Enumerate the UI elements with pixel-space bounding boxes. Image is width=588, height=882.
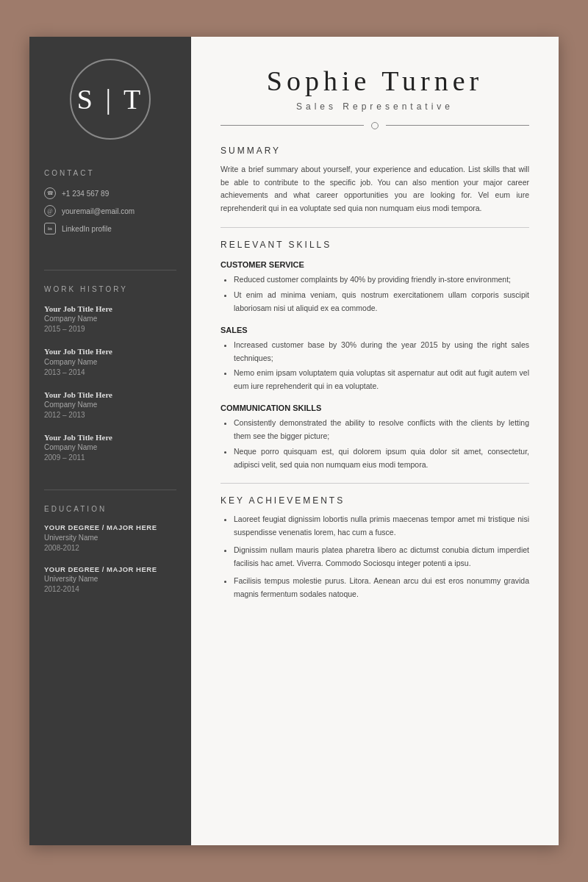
monogram-circle: S | T [70,59,151,140]
contact-email-item: youremail@email.com [44,205,176,217]
divider-line-right [386,125,529,126]
contact-email-text: youremail@email.com [62,207,135,215]
skills-category-title: COMMUNICATION SKILLS [220,404,529,412]
skills-category-title: SALES [220,326,529,334]
education-items: YOUR DEGREE / MAJOR HERE University Name… [44,523,176,595]
main-content: Sophie Turner Sales Representative SUMMA… [191,37,559,845]
skills-category: COMMUNICATION SKILLSConsistently demonst… [220,404,529,471]
monogram-area: S | T [44,59,176,140]
education-section: EDUCATION YOUR DEGREE / MAJOR HERE Unive… [44,505,176,606]
sidebar-job-dates: 2012 – 2013 [44,410,176,420]
contact-section-title: CONTACT [44,169,176,177]
sidebar-degree-institution: University Name [44,574,176,584]
skills-categories: CUSTOMER SERVICEReduced customer complai… [220,260,529,471]
sidebar-job: Your Job Title Here Company Name 2009 – … [44,432,176,463]
full-name: Sophie Turner [220,66,529,97]
job-title-header: Sales Representative [220,101,529,112]
sidebar-job-dates: 2013 – 2014 [44,368,176,378]
contact-linkedin-item: LinkedIn profile [44,223,176,234]
list-item: Neque porro quisquam est, qui dolorem ip… [234,445,529,472]
summary-text: Write a brief summary about yourself, yo… [220,163,529,215]
sidebar-job-company: Company Name [44,442,176,453]
contact-phone-text: +1 234 567 89 [62,190,109,198]
skills-list: Increased customer base by 30% during th… [234,339,529,393]
sidebar-degree-title: YOUR DEGREE / MAJOR HERE [44,523,176,532]
sidebar-degree: YOUR DEGREE / MAJOR HERE University Name… [44,565,176,595]
work-history-section: WORK HISTORY Your Job Title Here Company… [44,285,176,475]
contact-linkedin-text: LinkedIn profile [62,225,112,233]
sidebar-job: Your Job Title Here Company Name 2015 – … [44,304,176,334]
list-item: Nemo enim ipsam voluptatem quia voluptas… [234,367,529,393]
phone-icon [44,187,56,199]
sidebar-job-title: Your Job Title Here [44,432,176,442]
sidebar: S | T CONTACT +1 234 567 89 youremail@em… [29,37,191,845]
divider-line-left [220,125,364,126]
sidebar-degree-institution: University Name [44,533,176,543]
linkedin-icon [44,223,56,234]
resume-wrapper: S | T CONTACT +1 234 567 89 youremail@em… [29,37,559,845]
sidebar-job-dates: 2015 – 2019 [44,324,176,334]
skills-category-title: CUSTOMER SERVICE [220,260,529,269]
monogram-text: S | T [77,83,143,115]
contact-section: CONTACT +1 234 567 89 youremail@email.co… [44,169,176,240]
list-item: Facilisis tempus molestie purus. Litora.… [234,575,529,601]
sidebar-job-title: Your Job Title Here [44,304,176,314]
skills-section-title: RELEVANT SKILLS [220,240,529,250]
sidebar-degree-title: YOUR DEGREE / MAJOR HERE [44,565,176,574]
name-section: Sophie Turner Sales Representative [220,66,529,112]
sidebar-job-company: Company Name [44,357,176,368]
achievements-section-title: KEY ACHIEVEMENTS [220,495,529,506]
divider-after-summary [220,227,529,228]
list-item: Laoreet feugiat dignissim lobortis nulla… [234,513,529,539]
sidebar-job-title: Your Job Title Here [44,390,176,400]
skills-category: CUSTOMER SERVICEReduced customer complai… [220,260,529,315]
list-item: Increased customer base by 30% during th… [234,339,529,365]
sidebar-job-company: Company Name [44,314,176,324]
divider-after-skills [220,483,529,484]
achievements-list: Laoreet feugiat dignissim lobortis nulla… [234,513,529,600]
work-history-title: WORK HISTORY [44,285,176,293]
skills-list: Reduced customer complaints by 40% by pr… [234,273,529,315]
sidebar-degree: YOUR DEGREE / MAJOR HERE University Name… [44,523,176,553]
skills-category: SALESIncreased customer base by 30% duri… [220,326,529,393]
divider-after-contact [44,270,176,270]
list-item: Dignissim nullam mauris platea pharetra … [234,544,529,570]
list-item: Consistently demonstrated the ability to… [234,417,529,443]
header-divider [220,122,529,129]
contact-phone-item: +1 234 567 89 [44,187,176,199]
education-title: EDUCATION [44,505,176,513]
sidebar-degree-dates: 2008-2012 [44,543,176,553]
list-item: Reduced customer complaints by 40% by pr… [234,273,529,287]
skills-list: Consistently demonstrated the ability to… [234,417,529,471]
sidebar-job-company: Company Name [44,400,176,410]
sidebar-degree-dates: 2012-2014 [44,584,176,595]
sidebar-job-dates: 2009 – 2011 [44,453,176,463]
sidebar-job-title: Your Job Title Here [44,346,176,356]
sidebar-job: Your Job Title Here Company Name 2012 – … [44,390,176,420]
summary-section-title: SUMMARY [220,146,529,156]
divider-after-work [44,490,176,490]
sidebar-job: Your Job Title Here Company Name 2013 – … [44,346,176,377]
list-item: Ut enim ad minima veniam, quis nostrum e… [234,289,529,315]
divider-circle [371,122,379,129]
work-history-items: Your Job Title Here Company Name 2015 – … [44,304,176,463]
email-icon [44,205,56,217]
